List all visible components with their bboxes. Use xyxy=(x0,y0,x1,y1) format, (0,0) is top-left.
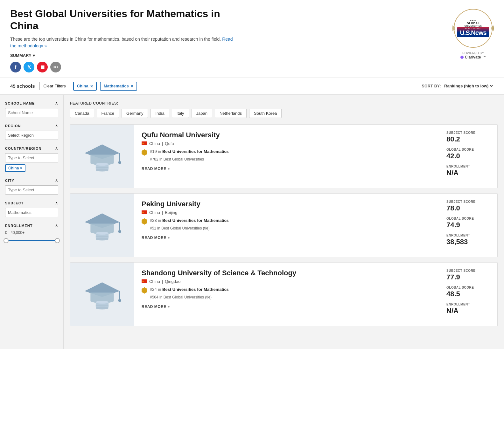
subject-score-value-2: 77.9 xyxy=(446,273,491,281)
card-body-0: Qufu Normal University China | Qufu #19 … xyxy=(134,125,440,188)
flipboard-icon[interactable]: ◼ xyxy=(37,62,48,72)
global-score-0: GLOBAL SCORE 42.0 xyxy=(446,148,491,160)
city-chevron-icon[interactable]: ∧ xyxy=(55,178,58,183)
badge-content: BEST GLOBAL UNIVERSITIES WORLD REPORT U.… xyxy=(459,19,487,37)
math-chip-remove-icon[interactable]: × xyxy=(131,84,133,89)
content-area: FEATURED COUNTRIES: Canada France German… xyxy=(64,95,504,349)
usnews-text: U.S.News xyxy=(460,30,486,36)
twitter-icon[interactable]: 𝕏 xyxy=(24,62,34,72)
city-filter: CITY ∧ xyxy=(5,178,58,195)
subject-chevron-icon[interactable]: ∧ xyxy=(55,201,58,205)
slider-thumb-left[interactable] xyxy=(4,238,9,243)
china-chip-label: China xyxy=(77,84,88,88)
country-chip-canada[interactable]: Canada xyxy=(70,109,94,118)
global-score-value-2: 48.5 xyxy=(446,290,491,298)
enrollment-filter: ENROLLMENT ∧ 0 - 40,000+ xyxy=(5,223,58,244)
usnews-box: WORLD REPORT U.S.News xyxy=(457,27,489,37)
read-more-0[interactable]: READ MORE » xyxy=(142,167,170,171)
card-image-2 xyxy=(70,263,134,326)
global-score-label-1: GLOBAL SCORE xyxy=(446,217,491,220)
clear-filters-button[interactable]: Clear Filters xyxy=(39,82,70,90)
medal-icon-0 xyxy=(142,149,147,156)
city-input[interactable] xyxy=(5,185,58,195)
sort-select[interactable]: Rankings (high to low) Rankings (low to … xyxy=(443,83,494,89)
university-card-2: Shandong University of Science & Technol… xyxy=(70,262,498,326)
country-chevron-icon[interactable]: ∧ xyxy=(55,146,58,151)
subject-select[interactable]: Mathematics Physics Chemistry Biology xyxy=(5,208,58,217)
china-flag-icon-1 xyxy=(142,210,147,214)
country-chip-remove-icon[interactable]: × xyxy=(20,166,22,170)
facebook-icon[interactable]: f xyxy=(10,62,21,72)
global-score-2: GLOBAL SCORE 48.5 xyxy=(446,286,491,298)
subject-score-value-1: 78.0 xyxy=(446,204,491,212)
country-chip-germany[interactable]: Germany xyxy=(122,109,148,118)
enrollment-slider[interactable] xyxy=(5,237,58,244)
card-body-1: Peking University China | Beijing #23 in… xyxy=(134,194,440,257)
global-score-value-1: 74.9 xyxy=(446,221,491,229)
read-more-1[interactable]: READ MORE » xyxy=(142,236,170,240)
enrollment-chevron-icon[interactable]: ∧ xyxy=(55,223,58,228)
enrollment-range: 0 - 40,000+ xyxy=(5,230,58,235)
country-input[interactable] xyxy=(5,153,58,162)
svg-point-33 xyxy=(96,301,108,304)
page-description: These are the top universities in China … xyxy=(10,36,239,49)
svg-point-26 xyxy=(96,238,108,241)
schools-count: 45 schools xyxy=(10,83,35,89)
header-left: Best Global Universities for Mathematics… xyxy=(10,8,239,72)
page-title: Best Global Universities for Mathematics… xyxy=(10,8,239,32)
enrollment-title: ENROLLMENT ∧ xyxy=(5,223,58,228)
country-chip-china[interactable]: China × xyxy=(5,164,25,172)
svg-point-13 xyxy=(118,161,121,164)
region-chevron-icon[interactable]: ∧ xyxy=(55,124,58,128)
read-more-2[interactable]: READ MORE » xyxy=(142,305,170,309)
medal-icon-1 xyxy=(142,218,147,225)
country-chips-list: Canada France Germany India Italy Japan … xyxy=(70,109,498,118)
medal-icon-2 xyxy=(142,287,147,294)
svg-point-34 xyxy=(96,307,108,310)
country-chip-south-korea[interactable]: South Korea xyxy=(249,109,282,118)
country-chip-india[interactable]: India xyxy=(150,109,169,118)
ranking-text-2: #24 in Best Universities for Mathematics xyxy=(150,287,229,292)
social-icons: f 𝕏 ◼ ••• xyxy=(10,62,239,72)
enrollment-1: ENROLLMENT 38,583 xyxy=(446,234,491,246)
clarivate-name: Clarivate xyxy=(465,55,481,59)
region-select[interactable]: Select Region Asia Europe North America xyxy=(5,131,58,140)
filter-bar: 45 schools Clear Filters China × Mathema… xyxy=(0,78,504,95)
country-chip-netherlands[interactable]: Netherlands xyxy=(215,109,247,118)
country-chip-italy[interactable]: Italy xyxy=(172,109,189,118)
svg-point-29 xyxy=(118,299,121,302)
school-name-chevron-icon[interactable]: ∧ xyxy=(55,101,58,106)
enrollment-label-0: ENROLLMENT xyxy=(446,165,491,168)
mathematics-filter-chip[interactable]: Mathematics × xyxy=(100,82,137,91)
school-name-filter: SCHOOL NAME ∧ xyxy=(5,101,58,117)
header: Best Global Universities for Mathematics… xyxy=(0,0,504,78)
ranking-text-0: #19 in Best Universities for Mathematics xyxy=(150,149,229,154)
subject-score-0: SUBJECT SCORE 80.2 xyxy=(446,131,491,143)
country-chip-japan[interactable]: Japan xyxy=(192,109,212,118)
card-stats-0: SUBJECT SCORE 80.2 GLOBAL SCORE 42.0 ENR… xyxy=(440,125,497,188)
china-chip-remove-icon[interactable]: × xyxy=(90,84,93,89)
university-name-1[interactable]: Peking University xyxy=(142,200,432,208)
ranking-sub-2: #564 in Best Global Universities (tie) xyxy=(150,295,432,299)
card-stats-1: SUBJECT SCORE 78.0 GLOBAL SCORE 74.9 ENR… xyxy=(440,194,497,257)
more-share-icon[interactable]: ••• xyxy=(50,62,61,72)
country-chip-france[interactable]: France xyxy=(97,109,119,118)
global-score-value-0: 42.0 xyxy=(446,152,491,160)
university-name-2[interactable]: Shandong University of Science & Technol… xyxy=(142,269,432,277)
math-chip-label: Mathematics xyxy=(104,84,129,88)
china-filter-chip[interactable]: China × xyxy=(73,82,97,91)
country-region-title: COUNTRY/REGION ∧ xyxy=(5,146,58,151)
slider-thumb-right[interactable] xyxy=(55,238,60,243)
svg-point-18 xyxy=(96,169,108,172)
school-name-title: SCHOOL NAME ∧ xyxy=(5,101,58,106)
china-flag-icon-2 xyxy=(142,279,147,283)
badge-area: BEST GLOBAL UNIVERSITIES WORLD REPORT U.… xyxy=(452,8,494,59)
university-name-0[interactable]: Qufu Normal University xyxy=(142,131,432,139)
card-stats-2: SUBJECT SCORE 77.9 GLOBAL SCORE 48.5 ENR… xyxy=(440,263,497,326)
summary-toggle[interactable]: SUMMARY ▾ xyxy=(10,53,239,58)
region-title: REGION ∧ xyxy=(5,124,58,128)
enrollment-0: ENROLLMENT N/A xyxy=(446,165,491,177)
powered-by-label: POWERED BY xyxy=(462,51,484,55)
school-name-input[interactable] xyxy=(5,108,58,117)
enrollment-label-1: ENROLLMENT xyxy=(446,234,491,237)
